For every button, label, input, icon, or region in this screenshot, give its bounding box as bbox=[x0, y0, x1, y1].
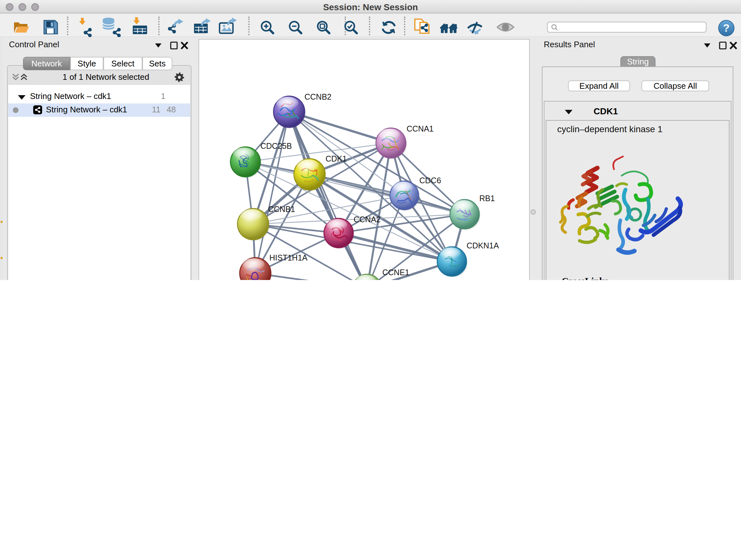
svg-text:?: ? bbox=[723, 22, 730, 34]
svg-text:CCNA2: CCNA2 bbox=[354, 215, 381, 224]
svg-text:CCNA1: CCNA1 bbox=[407, 124, 434, 133]
svg-text:CCNB1: CCNB1 bbox=[268, 205, 295, 213]
svg-text:CDC6: CDC6 bbox=[419, 176, 441, 185]
svg-text:CDKN1A: CDKN1A bbox=[467, 241, 499, 250]
svg-text:CCNE1: CCNE1 bbox=[382, 268, 409, 277]
svg-text:CDK1: CDK1 bbox=[326, 154, 347, 163]
svg-text:RB1: RB1 bbox=[479, 194, 495, 203]
svg-text:CDC25B: CDC25B bbox=[260, 141, 292, 150]
svg-text:CCNB2: CCNB2 bbox=[305, 92, 332, 101]
svg-text:HIST1H1A: HIST1H1A bbox=[269, 253, 308, 262]
